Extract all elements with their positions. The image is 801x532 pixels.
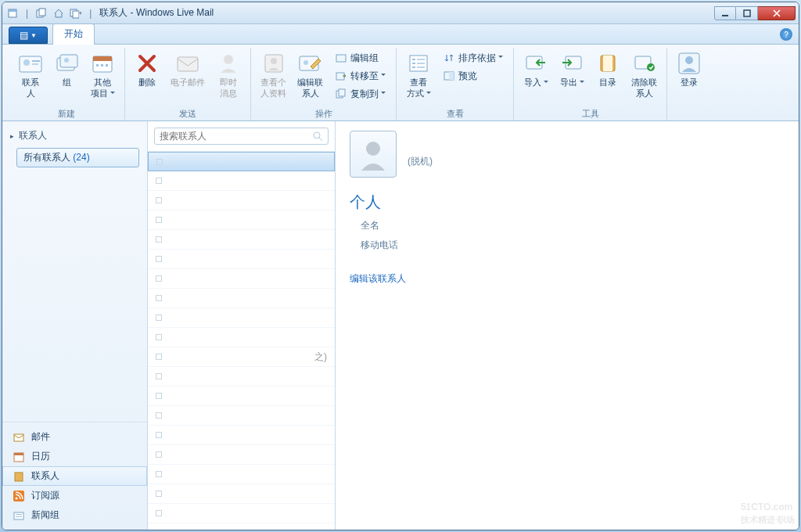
edit-contact-icon [298, 51, 323, 76]
close-button[interactable] [758, 6, 796, 20]
svg-rect-43 [603, 56, 612, 71]
sortby-button[interactable]: 排序依据 [437, 49, 508, 66]
nav-calendar[interactable]: 日历 [2, 447, 147, 466]
list-item[interactable] [148, 191, 335, 210]
field-fullname-label: 全名 [361, 219, 785, 232]
file-menu[interactable]: ▤▼ [9, 27, 48, 44]
email-button[interactable]: 电子邮件 [166, 48, 210, 106]
list-item[interactable] [148, 210, 335, 230]
window-title: 联系人 - Windows Live Mail [99, 6, 214, 20]
list-item[interactable]: 之) [148, 347, 335, 367]
status-square-icon [156, 373, 162, 379]
list-item[interactable] [148, 171, 335, 191]
titlebar: | ▾ | 联系人 - Windows Live Mail [2, 2, 799, 24]
list-item[interactable] [148, 426, 335, 445]
edit-group-button[interactable]: 编辑组 [329, 49, 391, 66]
status-square-icon [156, 412, 162, 419]
sidebar-header-contacts[interactable]: 联系人 [5, 126, 144, 146]
contacts-small-icon [13, 470, 25, 483]
search-input[interactable] [160, 131, 313, 142]
list-item[interactable] [148, 406, 335, 426]
qat-new-icon[interactable] [5, 6, 20, 20]
delete-button[interactable]: 删除 [130, 48, 164, 106]
im-button[interactable]: 即时 消息 [211, 48, 246, 106]
qat-copy-icon[interactable] [34, 6, 48, 20]
list-item[interactable] [148, 484, 335, 504]
qat-home-icon[interactable] [52, 6, 66, 20]
import-button[interactable]: 导入 [519, 48, 553, 106]
copyto-button[interactable]: 复制到 [329, 85, 391, 102]
list-item[interactable] [148, 367, 335, 386]
svg-point-22 [224, 55, 233, 64]
status-square-icon [156, 217, 162, 223]
help-icon[interactable]: ? [780, 28, 792, 41]
svg-rect-37 [417, 66, 425, 68]
nav-feeds[interactable]: 订阅源 [2, 486, 147, 505]
svg-point-45 [647, 63, 655, 71]
list-item[interactable] [148, 445, 335, 465]
svg-rect-55 [16, 514, 22, 515]
view-mode-button[interactable]: 查看 方式 [401, 48, 436, 106]
moveto-icon [335, 70, 347, 82]
chevron-down-icon: ▼ [31, 32, 37, 39]
list-item[interactable] [148, 308, 335, 328]
nav-contacts[interactable]: 联系人 [2, 466, 147, 486]
copyto-icon [335, 88, 347, 100]
tab-start[interactable]: 开始 [52, 23, 95, 45]
list-item[interactable] [148, 328, 335, 347]
calendar-small-icon [13, 451, 25, 463]
other-items-button[interactable]: 其他 项目 [85, 48, 120, 106]
section-personal: 个人 [350, 192, 785, 213]
rss-icon [13, 490, 25, 502]
list-item[interactable] [148, 230, 335, 250]
sidebar: 联系人 所有联系人 (24) 邮件 日历 联系人 订阅源 新闻组 [2, 121, 148, 530]
contact-name [408, 141, 433, 155]
app-window: | ▾ | 联系人 - Windows Live Mail ▤▼ 开始 ? 联系… [2, 2, 799, 530]
search-box[interactable] [154, 128, 329, 145]
list-item[interactable] [148, 465, 335, 484]
edit-contact-link[interactable]: 编辑该联系人 [350, 272, 785, 286]
group-icon [54, 51, 79, 76]
svg-rect-35 [417, 63, 425, 64]
svg-rect-3 [39, 9, 45, 16]
avatar-icon [677, 51, 702, 76]
sidebar-item-all-contacts[interactable]: 所有联系人 (24) [16, 148, 139, 167]
nav-mail[interactable]: 邮件 [2, 427, 147, 447]
maximize-button[interactable] [736, 6, 758, 20]
qat-items-icon[interactable]: ▾ [69, 6, 83, 20]
svg-rect-32 [412, 59, 415, 60]
list-item[interactable] [148, 504, 335, 523]
svg-rect-11 [32, 60, 40, 62]
new-group-button[interactable]: 组 [49, 48, 84, 106]
group-send: 删除 电子邮件 即时 消息 发送 [125, 48, 251, 120]
list-item[interactable] [148, 386, 335, 406]
list-item[interactable] [148, 523, 335, 530]
svg-rect-1 [9, 9, 16, 12]
directory-button[interactable]: 目录 [591, 48, 625, 106]
avatar [350, 131, 397, 178]
status-square-icon [156, 393, 162, 399]
cleanup-button[interactable]: 清除联 系人 [627, 48, 662, 106]
view-profile-button[interactable]: 查看个 人资料 [256, 48, 291, 106]
list-item[interactable] [148, 269, 335, 289]
svg-rect-33 [417, 59, 425, 60]
nav-newsgroups[interactable]: 新闻组 [2, 505, 147, 525]
status-square-icon [156, 256, 162, 262]
login-button[interactable]: 登录 [672, 48, 706, 109]
edit-contact-button[interactable]: 编辑联 系人 [293, 48, 328, 106]
svg-rect-36 [412, 66, 415, 68]
mail-icon [13, 431, 25, 444]
list-item[interactable] [148, 152, 335, 171]
preview-button[interactable]: 预览 [437, 67, 508, 84]
list-item[interactable] [148, 289, 335, 308]
new-contact-button[interactable]: 联系 人 [13, 48, 48, 106]
group-small-icon [335, 52, 347, 64]
export-button[interactable]: 导出 [555, 48, 589, 106]
moveto-button[interactable]: 转移至 [329, 67, 391, 84]
svg-rect-19 [101, 64, 103, 66]
contact-list[interactable]: 之) [148, 151, 335, 530]
list-item[interactable] [148, 250, 335, 269]
group-tools: 导入 导出 目录 清除联 系人 工具 [514, 48, 667, 120]
svg-point-26 [304, 60, 308, 65]
minimize-button[interactable] [714, 6, 736, 20]
